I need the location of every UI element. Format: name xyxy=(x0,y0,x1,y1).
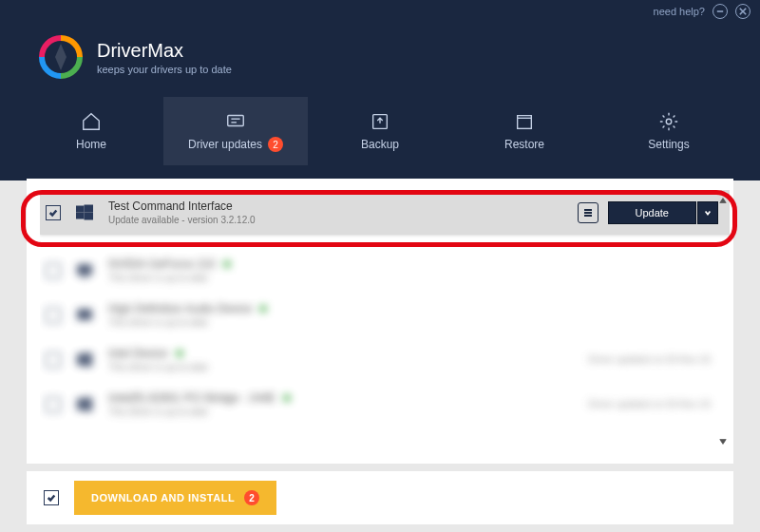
windows-icon xyxy=(74,350,95,370)
driver-name: Intel(R) 82801 PCI Bridge - 244E xyxy=(108,391,276,405)
driver-row[interactable]: Intel(R) 82801 PCI Bridge - 244E This dr… xyxy=(40,382,730,427)
tab-home[interactable]: Home xyxy=(19,97,163,165)
driver-list-panel: Test Command Interface Update available … xyxy=(27,179,733,464)
driver-meta: Driver updated on 03-Nov-16 xyxy=(588,399,711,409)
update-button[interactable]: Update xyxy=(608,201,718,224)
svg-rect-25 xyxy=(85,397,92,403)
svg-rect-11 xyxy=(85,205,93,212)
updates-badge: 2 xyxy=(268,137,283,152)
svg-rect-13 xyxy=(85,213,93,219)
svg-rect-8 xyxy=(518,118,532,128)
svg-marker-29 xyxy=(720,440,726,445)
svg-rect-24 xyxy=(77,398,84,403)
svg-rect-21 xyxy=(85,352,92,358)
gear-icon xyxy=(658,111,679,132)
tab-backup[interactable]: Backup xyxy=(308,97,452,165)
status-dot-icon xyxy=(283,394,291,402)
tab-driver-updates[interactable]: Driver updates 2 xyxy=(163,97,308,165)
monitor-icon xyxy=(74,260,95,281)
tab-label: Restore xyxy=(504,138,544,151)
restore-icon xyxy=(514,111,535,132)
scroll-up-icon[interactable] xyxy=(716,194,730,207)
checkbox[interactable] xyxy=(46,205,61,220)
tab-settings[interactable]: Settings xyxy=(597,97,741,165)
svg-rect-12 xyxy=(76,213,84,218)
driver-name: High Definition Audio Device xyxy=(108,302,252,315)
close-button[interactable] xyxy=(735,4,750,19)
svg-marker-28 xyxy=(720,199,726,203)
checkbox[interactable] xyxy=(46,397,61,412)
driver-name: NVIDIA GeForce 210 xyxy=(108,257,216,271)
driver-status: This driver is up-to-date xyxy=(108,273,718,283)
svg-rect-22 xyxy=(77,360,84,365)
driver-status: Update available - version 3.2.12.0 xyxy=(108,215,564,225)
windows-icon xyxy=(74,394,95,415)
svg-rect-4 xyxy=(228,116,244,126)
updates-icon xyxy=(225,110,246,131)
scrollbar[interactable] xyxy=(716,194,730,448)
scroll-down-icon[interactable] xyxy=(716,435,730,448)
download-install-button[interactable]: DOWNLOAD AND INSTALL 2 xyxy=(74,481,276,515)
driver-name: Intel Device xyxy=(108,347,168,360)
download-badge: 2 xyxy=(244,490,259,505)
svg-rect-10 xyxy=(76,206,84,212)
checkbox[interactable] xyxy=(46,308,61,323)
update-dropdown[interactable] xyxy=(697,201,718,224)
audio-icon xyxy=(74,305,95,326)
driver-status: This driver is up-to-date xyxy=(108,317,718,328)
driver-row[interactable]: NVIDIA GeForce 210 This driver is up-to-… xyxy=(40,248,730,293)
home-icon xyxy=(81,111,102,132)
tab-label: Settings xyxy=(648,138,689,151)
svg-point-9 xyxy=(666,119,672,124)
app-logo-icon xyxy=(38,34,84,80)
help-link[interactable]: need help? xyxy=(654,6,705,17)
driver-meta: Driver updated on 03-Nov-16 xyxy=(588,354,711,365)
driver-status: This driver is up-to-date xyxy=(108,362,575,372)
tab-restore[interactable]: Restore xyxy=(452,97,597,165)
download-label: DOWNLOAD AND INSTALL xyxy=(91,492,235,504)
svg-rect-17 xyxy=(78,265,91,275)
status-dot-icon xyxy=(176,350,183,357)
driver-name: Test Command Interface xyxy=(108,200,564,213)
driver-row-highlighted[interactable]: Test Command Interface Update available … xyxy=(40,190,730,235)
app-title: DriverMax xyxy=(97,40,232,62)
tab-label: Home xyxy=(76,138,106,151)
svg-rect-27 xyxy=(85,405,92,410)
tab-label: Backup xyxy=(361,138,399,151)
app-tagline: keeps your drivers up to date xyxy=(97,64,232,75)
checkbox[interactable] xyxy=(46,263,61,278)
driver-row[interactable]: High Definition Audio Device This driver… xyxy=(40,293,730,337)
driver-row[interactable]: Intel Device This driver is up-to-date D… xyxy=(40,337,730,382)
select-all-checkbox[interactable] xyxy=(44,490,59,505)
svg-rect-26 xyxy=(77,405,84,409)
status-dot-icon xyxy=(223,260,231,268)
update-button-label: Update xyxy=(608,201,696,224)
svg-rect-19 xyxy=(78,310,91,319)
svg-rect-20 xyxy=(77,353,84,358)
minimize-button[interactable] xyxy=(712,4,728,19)
tab-label: Driver updates xyxy=(188,138,262,151)
driver-status: This driver is up-to-date xyxy=(108,407,575,417)
backup-icon xyxy=(370,111,390,132)
details-button[interactable] xyxy=(578,202,598,223)
checkbox[interactable] xyxy=(46,352,61,368)
svg-rect-23 xyxy=(85,360,92,366)
status-dot-icon xyxy=(259,305,267,313)
windows-icon xyxy=(74,202,95,223)
